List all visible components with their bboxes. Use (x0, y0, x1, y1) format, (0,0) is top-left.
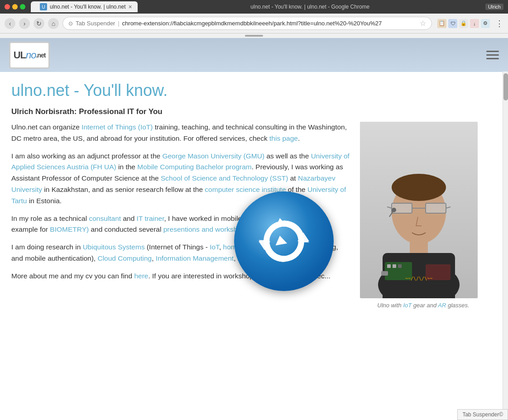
here-link[interactable]: here (134, 272, 148, 280)
tab-title: ulno.net - You'll know. | ulno.net (50, 4, 126, 10)
logo-container[interactable]: ULno.net (9, 42, 50, 69)
info-mgmt-link[interactable]: Information Management (156, 254, 234, 262)
active-tab[interactable]: U ulno.net - You'll know. | ulno.net × (31, 1, 138, 12)
back-button[interactable]: ‹ (5, 18, 15, 29)
hamburger-line-2 (486, 54, 499, 56)
scroll-indicator-bar (0, 33, 508, 38)
home-button[interactable]: ⌂ (48, 18, 59, 29)
logo-ul: UL (14, 49, 26, 61)
window-controls (5, 4, 25, 10)
svg-rect-18 (393, 264, 396, 268)
divider: | (118, 20, 119, 27)
window-title: ulno.net - You'll know. | ulno.net - Goo… (141, 4, 479, 10)
browser-addressbar: ‹ › ↻ ⌂ ⊙ Tab Suspender | chrome-extensi… (0, 14, 508, 33)
p2-text-m4: at (288, 174, 298, 182)
page-title: ulno.net - You'll know. (11, 81, 487, 100)
profile-image: ~~/\/\/\~~ (360, 122, 478, 298)
paragraph-1: Ulno.net can organize Internet of Things… (11, 122, 351, 144)
caption-text-middle: gear and (412, 302, 438, 309)
reload-button[interactable]: ↻ (34, 18, 44, 29)
tab-suspender-toast: Tab Suspender© (457, 409, 508, 420)
ext-icon-5[interactable]: ⚙ (481, 19, 490, 28)
site-header: ULno.net (0, 38, 508, 72)
ar-caption-link[interactable]: AR (438, 302, 446, 309)
ext-icon-3[interactable]: 🔒 (459, 19, 468, 28)
biometry-link[interactable]: BIOMETRY) (50, 225, 89, 233)
hamburger-line-3 (486, 58, 499, 59)
site-logo[interactable]: ULno.net (9, 42, 50, 69)
ext-icon-1[interactable]: 📋 (437, 19, 446, 28)
tab-close-button[interactable]: × (129, 3, 132, 10)
p1-text-end: . (298, 134, 300, 142)
refresh-overlay[interactable] (234, 191, 334, 291)
section-heading: Ulrich Norbisrath: Professional IT for Y… (11, 107, 487, 116)
svg-text:~~/\/\/\~~: ~~/\/\/\~~ (405, 276, 432, 281)
svg-rect-19 (398, 264, 402, 268)
p2-text-m2: in the (116, 163, 138, 171)
sst-link[interactable]: School of Science and Technology (SST) (161, 174, 288, 182)
svg-rect-21 (381, 271, 388, 276)
main-content: ulno.net - You'll know. Ulrich Norbisrat… (0, 72, 498, 318)
p4-text-m4: , (152, 254, 156, 262)
minimize-button[interactable] (12, 4, 18, 10)
url-display[interactable]: chrome-extension://fiabciakcmgepblmdkmem… (122, 20, 417, 27)
tab-suspender-icon: ⊙ (68, 20, 73, 27)
p4-text-m2: , (219, 243, 223, 251)
p3-text-m1: and (121, 215, 136, 222)
p2-text-end: in Estonia. (27, 197, 62, 205)
p3-text-before: In my role as a technical (11, 215, 89, 222)
bookmark-icon[interactable]: ☆ (420, 19, 426, 28)
refresh-icon-svg (254, 212, 313, 271)
ext-icon-2[interactable]: 🛡 (448, 19, 457, 28)
p2-text-m5: in Kazakhstan, and as senior research fe… (42, 186, 205, 193)
iot-caption-link[interactable]: IoT (403, 302, 412, 309)
profile-svg: ~~/\/\/\~~ (360, 122, 478, 298)
image-column: ~~/\/\/\~~ Ulno with IoT gear and AR gla… (360, 122, 487, 309)
hamburger-menu[interactable] (486, 51, 499, 59)
browser-titlebar: U ulno.net - You'll know. | ulno.net × u… (0, 0, 508, 14)
scroll-indicator (245, 35, 263, 37)
user-badge: Ulrich (485, 4, 503, 10)
gmu-link[interactable]: George Mason University (GMU) (162, 152, 264, 160)
tab-suspender-label: Tab Suspender (76, 20, 115, 27)
mobile-computing-link[interactable]: Mobile Computing Bachelor program (137, 163, 251, 171)
p2-text-m1: as well as the (264, 152, 311, 160)
cloud-link[interactable]: Cloud Computing (97, 254, 152, 262)
caption-text-before: Ulno with (377, 302, 403, 309)
logo-no: no (26, 49, 36, 61)
p5-text-before: More about me and my cv you can find (11, 272, 134, 280)
caption-text-end: glasses. (446, 302, 469, 309)
tab-favicon: U (40, 3, 47, 10)
p2-text-before: I am also working as an adjunct professo… (11, 152, 162, 160)
consultant-link[interactable]: consultant (89, 215, 121, 222)
svg-marker-25 (274, 235, 287, 246)
page-wrapper: ULno.net ulno.net - You'll know. Ulrich … (0, 38, 508, 420)
svg-point-5 (392, 174, 446, 201)
scrollbar-thumb[interactable] (503, 73, 508, 100)
address-bar[interactable]: ⊙ Tab Suspender | chrome-extension://fia… (62, 17, 432, 30)
iot-link-2[interactable]: IoT (210, 243, 219, 251)
browser-extensions: 📋 🛡 🔒 ↓ ⚙ (437, 19, 490, 28)
svg-rect-17 (387, 264, 391, 268)
ext-icon-4[interactable]: ↓ (470, 19, 479, 28)
chrome-menu-button[interactable]: ⋮ (495, 19, 503, 29)
hamburger-line-1 (486, 51, 499, 52)
p1-text-before: Ulno.net can organize (11, 123, 81, 131)
svg-rect-12 (426, 204, 446, 213)
ubiquitous-link[interactable]: Ubiquitous Systems (83, 243, 145, 251)
it-trainer-link[interactable]: IT trainer (137, 215, 164, 222)
forward-button[interactable]: › (19, 18, 30, 29)
this-page-link[interactable]: this page (269, 134, 298, 142)
p3-text-m3: and conducted several (89, 225, 163, 233)
image-caption: Ulno with IoT gear and AR glasses. (360, 302, 487, 309)
tab-suspender-toast-text: Tab Suspender© (462, 411, 503, 418)
maximize-button[interactable] (20, 4, 25, 10)
scrollbar[interactable] (503, 72, 508, 420)
logo-net: .net (36, 52, 45, 59)
p4-text-m1: (Internet of Things - (145, 243, 210, 251)
p4-text-before: I am doing research in (11, 243, 83, 251)
iot-link[interactable]: Internet of Things (IoT) (81, 123, 153, 131)
close-button[interactable] (5, 4, 10, 10)
